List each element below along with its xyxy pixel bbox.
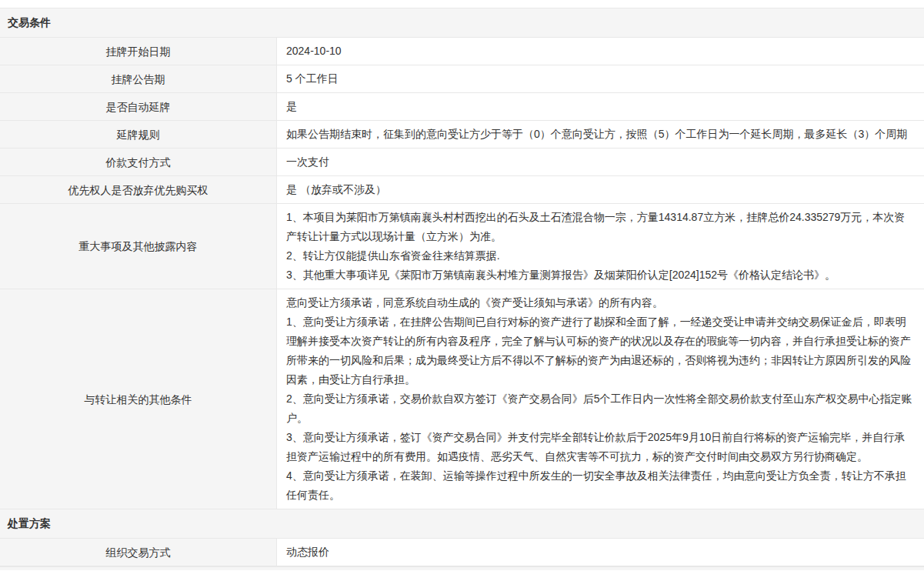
row-label: 与转让相关的其他条件 [0,289,277,509]
row-label: 组织交易方式 [0,539,277,566]
table-row: 优先权人是否放弃优先购买权是 （放弃或不涉及） [0,176,924,204]
row-label: 优先权人是否放弃优先购买权 [0,176,277,203]
row-label-text: 组织交易方式 [106,545,171,560]
value-paragraph: 动态报价 [286,543,915,562]
row-value: 动态报价 [277,539,924,566]
row-label-text: 是否自动延牌 [106,99,171,115]
row-label-text: 延牌规则 [117,127,160,142]
row-value: 5 个工作日 [277,65,924,92]
row-value: 是 （放弃或不涉及） [277,176,924,203]
table-row: 挂牌公告期5 个工作日 [0,65,924,93]
row-value: 一次支付 [277,149,924,175]
transaction-info-table: 交易条件挂牌开始日期2024-10-10挂牌公告期5 个工作日是否自动延牌是延牌… [0,8,924,566]
section-header: 处置方案 [0,509,924,539]
row-label-text: 价款支付方式 [106,155,171,170]
section-title: 处置方案 [8,517,51,531]
row-label-text: 挂牌公告期 [112,72,165,87]
table-row: 与转让相关的其他条件意向受让方须承诺，同意系统自动生成的《资产受让须知与承诺》的… [0,289,924,509]
row-value: 是 [277,93,924,120]
row-label: 重大事项及其他披露内容 [0,204,277,289]
row-value: 1、本项目为莱阳市万第镇南襄头村村西挖出的石头及土石渣混合物一宗，方量14314… [277,204,924,289]
value-paragraph: 1、本项目为莱阳市万第镇南襄头村村西挖出的石头及土石渣混合物一宗，方量14314… [286,208,915,246]
value-paragraph: 4、意向受让方须承诺，在装卸、运输等操作过程中所发生的一切安全事故及相关法律责任… [286,466,915,505]
value-paragraph: 2、意向受让方须承诺，交易价款自双方签订《资产交易合同》后5个工作日内一次性将全… [286,389,915,428]
row-label: 挂牌开始日期 [0,38,277,65]
table-row: 延牌规则如果公告期结束时，征集到的意向受让方少于等于（0）个意向受让方，按照（5… [0,121,924,149]
table-row: 挂牌开始日期2024-10-10 [0,38,924,65]
value-paragraph: 意向受让方须承诺，同意系统自动生成的《资产受让须知与承诺》的所有内容。 [286,293,915,312]
value-paragraph: 1、意向受让方须承诺，在挂牌公告期间已自行对标的资产进行了勘探和全面了解，一经递… [286,312,915,389]
next-section-peek [0,566,924,570]
row-label-text: 与转让相关的其他条件 [85,392,192,407]
value-paragraph: 5 个工作日 [286,69,915,88]
row-label: 是否自动延牌 [0,93,277,120]
row-label-text: 挂牌开始日期 [106,44,171,59]
value-paragraph: 3、意向受让方须承诺，签订《资产交易合同》并支付完毕全部转让价款后于2025年9… [286,428,915,466]
table-row: 是否自动延牌是 [0,93,924,121]
section-title: 交易条件 [8,16,51,30]
value-paragraph: 是 （放弃或不涉及） [286,180,915,199]
row-label-text: 优先权人是否放弃优先购买权 [68,182,208,198]
table-row: 价款支付方式一次支付 [0,149,924,176]
value-paragraph: 3、其他重大事项详见《莱阳市万第镇南襄头村堆方量测算报告》及烟莱阳价认定[202… [286,265,915,285]
value-paragraph: 一次支付 [286,152,915,172]
value-paragraph: 如果公告期结束时，征集到的意向受让方少于等于（0）个意向受让方，按照（5）个工作… [286,125,915,144]
row-label: 挂牌公告期 [0,65,277,92]
row-label: 延牌规则 [0,121,277,148]
section-header: 交易条件 [0,8,924,38]
row-value: 2024-10-10 [277,38,924,65]
table-row: 重大事项及其他披露内容1、本项目为莱阳市万第镇南襄头村村西挖出的石头及土石渣混合… [0,204,924,289]
row-label-text: 重大事项及其他披露内容 [79,239,198,254]
table-row: 组织交易方式动态报价 [0,539,924,566]
row-value: 如果公告期结束时，征集到的意向受让方少于等于（0）个意向受让方，按照（5）个工作… [277,121,924,148]
value-paragraph: 2、转让方仅能提供山东省资金往来结算票据. [286,246,915,265]
asset-transaction-detail-page: 交易条件挂牌开始日期2024-10-10挂牌公告期5 个工作日是否自动延牌是延牌… [0,0,924,571]
value-paragraph: 是 [286,97,915,116]
value-paragraph: 2024-10-10 [286,42,915,61]
row-label: 价款支付方式 [0,149,277,175]
row-value: 意向受让方须承诺，同意系统自动生成的《资产受让须知与承诺》的所有内容。1、意向受… [277,289,924,509]
